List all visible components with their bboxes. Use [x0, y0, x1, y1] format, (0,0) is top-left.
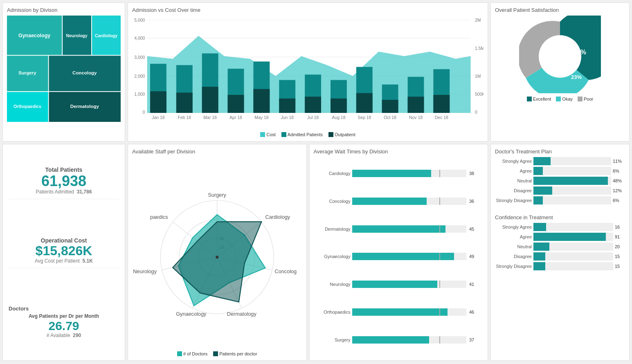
svg-rect-44 [150, 91, 166, 113]
svg-rect-53 [382, 100, 398, 113]
treemap-svg2: Gynaecology Neurology Cardiology Surgery… [7, 16, 121, 122]
wait-val: 36 [469, 199, 484, 204]
avg-line [439, 308, 440, 316]
combo-chart-title2: Admission vs Cost Over time [132, 7, 484, 13]
svg-text:23%: 23% [542, 55, 552, 61]
wait-track [352, 308, 467, 316]
svg-rect-45 [176, 92, 193, 113]
confidence-row2: Strongly Agree 16 [495, 223, 625, 231]
svg-rect-50 [305, 97, 321, 113]
svg-text:Dec 18: Dec 18 [435, 115, 448, 120]
wait-label: Orthopaedics [314, 310, 351, 315]
svg-text:Nov 18: Nov 18 [409, 115, 423, 120]
svg-text:4,000: 4,000 [134, 36, 145, 40]
svg-text:Jan 18: Jan 18 [152, 115, 164, 120]
treatment-row2: Strongly Agree 11% [495, 157, 625, 165]
wait-val: 46 [469, 310, 484, 315]
svg-point-91 [216, 256, 218, 258]
svg-text:Neurology: Neurology [66, 33, 88, 38]
svg-text:1,000: 1,000 [134, 92, 145, 97]
treemap-title: Admission by Divison [7, 7, 121, 13]
svg-text:Sep 18: Sep 18 [358, 115, 371, 120]
wait-label: Gynaecology [314, 254, 351, 259]
wait-label: Neurology [314, 282, 351, 287]
wait-label: Surgery [314, 337, 351, 342]
combo-svg2: 5,000 4,000 3,000 2,000 1,000 0 2M 1.5M … [132, 16, 484, 130]
dr-block2: Doctors Avg Patients per Dr per Month 26… [9, 302, 119, 338]
wait-track [352, 336, 467, 344]
avp-label2: Avg Patients per Dr per Month [9, 313, 119, 319]
donut-svg2: 23% 23% 54% [519, 16, 601, 93]
avg-wait-title: Average Wait Times by Division [314, 148, 484, 155]
wait-track [352, 170, 467, 177]
treatment-row2: Strongly Disagree 6% [495, 196, 625, 204]
svg-text:Orthopaedics: Orthopaedics [13, 104, 41, 109]
svg-text:Mar 18: Mar 18 [203, 115, 217, 120]
svg-text:Apr 18: Apr 18 [229, 115, 242, 120]
confidence-row2: Strongly Disagree 15 [495, 262, 625, 270]
oc-value2: $15,826K [9, 244, 119, 258]
svg-text:Dermatology: Dermatology [70, 104, 99, 109]
svg-rect-55 [433, 95, 450, 113]
treatment-bars2: Strongly Agree 11% Agree 6% Neutral 48% … [495, 157, 625, 206]
wait-bar-row: Cardiology 38 [314, 170, 484, 177]
svg-text:Cardiology: Cardiology [95, 33, 117, 38]
tp-block2: Total Patients 61,938 Patients Admitted … [9, 166, 119, 200]
avp-sub2: # Available 290 [9, 333, 119, 338]
svg-rect-49 [279, 99, 295, 113]
radar-wait-area: Available Staff per Division 40 20 [128, 144, 488, 361]
wait-fill [352, 225, 446, 233]
satisfaction-title2: Overall Patient Satisfaction [495, 7, 625, 13]
wait-val: 45 [469, 227, 484, 231]
treatment-confidence-card: Doctor's Treatment Plan Strongly Agree 1… [490, 144, 630, 361]
treemap-card: Admission by Divison Gynaecology Neurolo… [2, 2, 125, 142]
svg-text:May 18: May 18 [254, 115, 268, 120]
svg-text:1M: 1M [475, 74, 481, 79]
svg-text:2M: 2M [475, 18, 481, 22]
svg-text:23%: 23% [571, 74, 582, 80]
combo-legend2: Cost Admitted Patients Outpatient [132, 132, 484, 137]
svg-rect-51 [331, 99, 347, 113]
confidence-row2: Agree 91 [495, 233, 625, 241]
wait-bar-row: Orthopaedics 46 [314, 308, 484, 316]
avg-wait-card: Average Wait Times by Division Cardiolog… [309, 144, 488, 361]
wait-val: 37 [469, 337, 484, 342]
treatment-row2: Agree 6% [495, 167, 625, 175]
tp-sub2: Patients Admitted 31,786 [9, 189, 119, 195]
wait-bar-row: Dermatology 45 [314, 225, 484, 233]
stats-card2: Total Patients 61,938 Patients Admitted … [2, 144, 125, 361]
tp-value2: 61,938 [9, 173, 119, 189]
wait-track [352, 253, 467, 260]
avg-line [439, 336, 440, 344]
svg-text:3,000: 3,000 [134, 55, 145, 60]
svg-text:Neurology: Neurology [133, 269, 157, 274]
svg-rect-48 [253, 89, 270, 113]
wait-bar-row: Concology 36 [314, 198, 484, 205]
wait-val: 49 [469, 254, 484, 259]
svg-text:2,000: 2,000 [134, 74, 145, 79]
wait-label: Concology [314, 199, 351, 204]
svg-text:0: 0 [143, 110, 145, 115]
wait-bar-row: Neurology 41 [314, 281, 484, 288]
wait-bars: Cardiology 38 Concology 36 Dermatology 4… [314, 157, 484, 356]
treatment-row2: Neutral 48% [495, 177, 625, 185]
svg-rect-52 [356, 93, 373, 113]
avp-value2: 26.79 [9, 319, 119, 333]
svg-text:Gynaecology: Gynaecology [176, 311, 207, 317]
radar-card2: Available Staff per Division 40 20 [128, 144, 307, 361]
wait-bar-row: Surgery 37 [314, 336, 484, 344]
avg-line [439, 198, 440, 205]
dr-label2: Doctors [9, 306, 119, 312]
wait-track [352, 198, 467, 205]
tp-label2: Total Patients [9, 166, 119, 173]
confidence-row2: Neutral 20 [495, 243, 625, 251]
wait-label: Dermatology [314, 227, 351, 231]
wait-fill [352, 281, 437, 288]
svg-text:Feb 18: Feb 18 [178, 115, 191, 120]
satisfaction-card2: Overall Patient Satisfaction 23% 23% 54%… [490, 2, 630, 142]
avg-line [439, 170, 440, 177]
radar-svg2: 40 20 Surgery Cardiology [132, 157, 302, 350]
svg-text:Cardiology: Cardiology [265, 214, 290, 220]
radar-title2: Available Staff per Division [132, 148, 302, 155]
wait-label: Cardiology [314, 171, 351, 176]
